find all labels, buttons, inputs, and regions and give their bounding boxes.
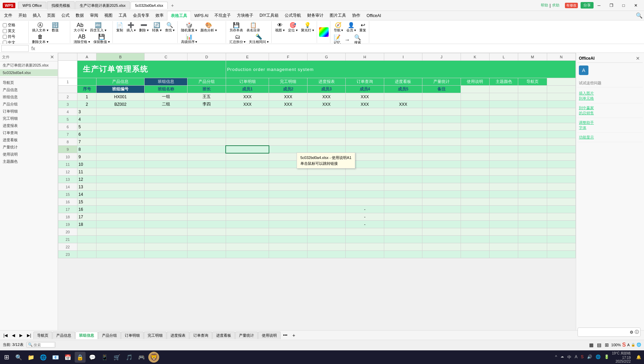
- taskbar-mail-icon[interactable]: 📧: [50, 352, 61, 363]
- nav-btn-order-detail[interactable]: 订单明细: [226, 78, 269, 86]
- menu-table-tools[interactable]: 表格工具: [167, 11, 191, 20]
- nav-btn-product-info[interactable]: 产品信息: [96, 78, 145, 86]
- color-analysis-btn[interactable]: 🎨颜色分析 ▾: [199, 22, 218, 33]
- col-L-header[interactable]: L: [489, 53, 518, 61]
- nav-btn-kanban[interactable]: 进度看板: [384, 78, 422, 86]
- sheet-nav-first[interactable]: |◀: [1, 332, 10, 338]
- taskbar-notification[interactable]: 🔔: [635, 354, 643, 360]
- cell-B8[interactable]: [96, 138, 145, 146]
- cell-B6[interactable]: [96, 123, 145, 131]
- cell-B9[interactable]: [96, 146, 145, 153]
- sidebar-nav-progress[interactable]: 进度报表: [0, 122, 58, 129]
- chat-input[interactable]: [579, 330, 630, 331]
- taskbar-browser-icon[interactable]: 🌐: [38, 352, 49, 363]
- find-btn[interactable]: 🔍查找 ▾: [164, 22, 176, 33]
- file1-tab[interactable]: 生产订单统计表新2025.xlsx: [75, 1, 130, 10]
- taskbar-music-icon[interactable]: 🎵: [124, 352, 135, 363]
- cell-J2[interactable]: [422, 93, 461, 101]
- number-btn[interactable]: 🔢数值: [50, 22, 60, 33]
- sheet-tab-output[interactable]: 产量统计: [235, 332, 258, 339]
- col-C-header[interactable]: C: [144, 53, 188, 61]
- col-F-header[interactable]: F: [269, 53, 307, 61]
- minimize-btn[interactable]: ─: [594, 2, 604, 9]
- menu-review[interactable]: 审阅: [87, 12, 101, 19]
- wps-tab[interactable]: WPS Office: [18, 2, 46, 9]
- nav-btn-complete[interactable]: 完工明细: [269, 78, 307, 86]
- col-B-header[interactable]: B: [96, 53, 145, 61]
- convert-btn[interactable]: 🔄转换 ▾: [151, 22, 163, 33]
- repeat-btn[interactable]: ↩重复: [358, 22, 368, 33]
- delete-btn[interactable]: ➖删除 ▾: [138, 22, 150, 33]
- sidebar-nav-kanban[interactable]: 进度看板: [0, 136, 58, 144]
- nav-btn-theme[interactable]: 主题颜色: [489, 78, 518, 86]
- nav-btn-product-group[interactable]: 产品分组: [188, 78, 226, 86]
- cell-F3[interactable]: XXX: [269, 101, 307, 108]
- full-view-btn[interactable]: ⊞: [604, 342, 610, 348]
- sheet-tab-order-detail[interactable]: 订单明细: [121, 332, 144, 339]
- sys-tray-s[interactable]: S: [580, 354, 585, 361]
- menu-formula[interactable]: 公式: [59, 12, 72, 19]
- col-H-header[interactable]: H: [346, 53, 384, 61]
- menu-data[interactable]: 数据: [73, 12, 87, 19]
- view-btn[interactable]: 👁视图 ▾: [274, 22, 286, 33]
- sheet-tab-home[interactable]: 导航页: [33, 332, 52, 339]
- normal-view-btn[interactable]: ▦: [588, 342, 595, 348]
- taskbar-search-icon[interactable]: 🔍: [13, 352, 24, 363]
- copy-btn[interactable]: 📄复制: [115, 22, 124, 33]
- merge-split-btn[interactable]: 🗂汇总拆分 ▾: [228, 33, 247, 44]
- focus-same-btn[interactable]: 🔦关注相同问 ▾: [248, 33, 270, 44]
- spotlight-btn[interactable]: 💡聚光灯 ▾: [300, 22, 315, 33]
- col-J-header[interactable]: J: [422, 53, 461, 61]
- menu-finance[interactable]: 财务审计: [304, 12, 326, 19]
- taskbar-avatar[interactable]: 🦁: [148, 352, 159, 363]
- cell-G3[interactable]: XXX: [307, 101, 345, 108]
- sidebar-file-1[interactable]: 生产订单统计表新2025.xlsx: [0, 61, 58, 69]
- cell-H18[interactable]: -: [346, 213, 384, 221]
- formula-input[interactable]: [38, 45, 643, 52]
- sheet-tab-complete[interactable]: 完工明细: [144, 332, 166, 339]
- sheet-tab-teams[interactable]: 班组信息: [75, 332, 98, 339]
- cell-A14[interactable]: 13: [77, 183, 96, 191]
- checkbox-space[interactable]: 空格: [3, 23, 15, 28]
- checkbox-english[interactable]: 英文: [3, 28, 15, 33]
- cell-A16[interactable]: 15: [77, 198, 96, 206]
- cell-A2[interactable]: 1: [77, 93, 96, 101]
- keep-value-btn[interactable]: 💾保留数值 ▾: [92, 33, 111, 44]
- file2-tab[interactable]: 5c032bd0a4.xlsx: [131, 2, 168, 9]
- cell-H3[interactable]: XXX: [346, 101, 384, 108]
- taskbar-phone-icon[interactable]: 📱: [99, 352, 110, 363]
- officai-icon-btn[interactable]: A: [579, 65, 588, 75]
- sheet-add-btn[interactable]: +: [290, 332, 298, 339]
- fill-type-btn[interactable]: 🔤四含互入 ▾: [89, 22, 108, 33]
- sidebar-nav-products[interactable]: 产品信息: [0, 86, 58, 93]
- search-icon[interactable]: 🔍: [636, 12, 643, 19]
- sheet-tab-manual[interactable]: 使用说明: [258, 332, 281, 339]
- advanced-sort-btn[interactable]: 📊高级排序 ▾: [180, 33, 199, 44]
- sidebar-nav-teams[interactable]: 班组信息: [0, 93, 58, 101]
- start-button[interactable]: ⊞: [1, 352, 12, 362]
- cell-A9[interactable]: 8: [77, 146, 96, 153]
- cell-A13[interactable]: 12: [77, 176, 96, 183]
- cell-A8[interactable]: 7: [77, 138, 96, 146]
- nav-btn-output[interactable]: 产量统计: [422, 78, 461, 86]
- text-case-btn[interactable]: Ab大小写 ▾: [72, 22, 88, 33]
- cell-I2[interactable]: [384, 93, 422, 101]
- sidebar-nav-home[interactable]: 导航页: [0, 79, 58, 86]
- cell-B7[interactable]: [96, 131, 145, 138]
- menu-tools[interactable]: 工具: [116, 12, 130, 19]
- cell-A7[interactable]: 6: [77, 131, 96, 138]
- search2-btn[interactable]: 🔍搜索: [353, 34, 362, 44]
- chat-settings-icon[interactable]: ⚙: [630, 330, 633, 331]
- cell-B2[interactable]: HX001: [96, 93, 145, 101]
- menu-file[interactable]: 文件: [1, 12, 15, 19]
- sheet-tab-progress[interactable]: 进度报表: [167, 332, 189, 339]
- delete-text-btn[interactable]: 🗑删除文本 ▾: [31, 33, 50, 44]
- checkbox-symbol[interactable]: 符号: [3, 34, 15, 39]
- insert-btn[interactable]: ➕插入 ▾: [125, 22, 137, 33]
- sidebar-nav-output[interactable]: 产量统计: [0, 144, 58, 151]
- taskbar-calendar-icon[interactable]: 📅: [62, 352, 73, 363]
- clear-space-btn[interactable]: AB清除空格 ▾: [72, 33, 91, 44]
- cell-C2[interactable]: 一组: [144, 93, 188, 101]
- maximize-btn[interactable]: □: [618, 2, 629, 9]
- taskbar-security-icon[interactable]: 🔒: [75, 352, 86, 363]
